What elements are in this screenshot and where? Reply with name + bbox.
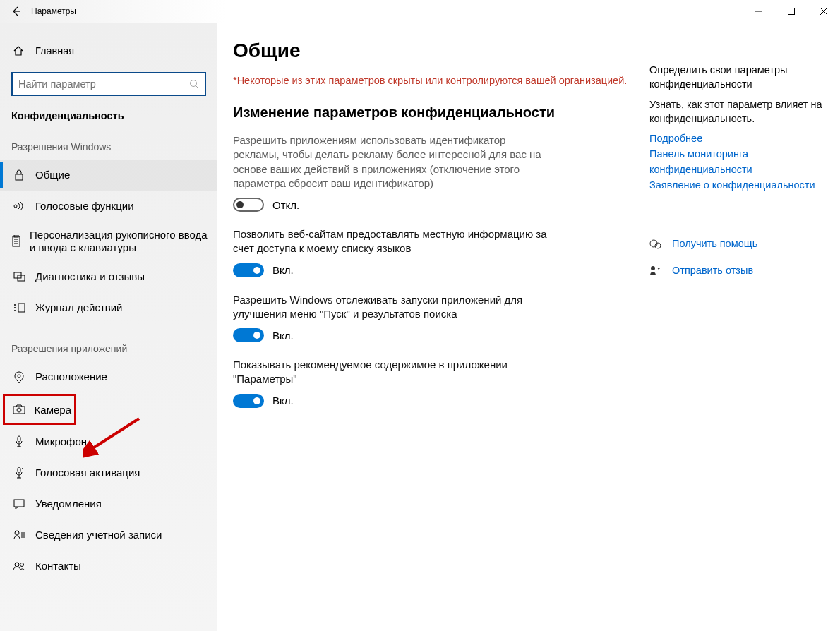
svg-rect-7 — [16, 174, 23, 180]
sidebar-item-activity[interactable]: Журнал действий — [0, 292, 217, 323]
sidebar-home[interactable]: Главная — [11, 37, 206, 65]
camera-icon — [13, 404, 26, 414]
toggle-language[interactable] — [233, 263, 264, 277]
close-button[interactable] — [808, 0, 840, 23]
toggle-advertising[interactable] — [233, 198, 264, 212]
search-icon — [189, 79, 199, 89]
nav-label: Контакты — [35, 560, 81, 572]
nav-label: Журнал действий — [35, 301, 122, 314]
toggle-suggested[interactable] — [233, 394, 264, 408]
nav-label: Голосовая активация — [35, 467, 140, 479]
side-paragraph: Узнать, как этот параметр влияет на конф… — [649, 98, 826, 126]
svg-point-32 — [20, 563, 24, 567]
setting-suggested-content: Показывать рекомендуемое содержимое в пр… — [233, 358, 551, 408]
back-button[interactable] — [6, 1, 27, 22]
voice-icon — [11, 467, 27, 479]
nav-label: Расположение — [35, 371, 107, 383]
page-title: Общие — [233, 40, 628, 62]
svg-rect-23 — [18, 436, 20, 442]
sidebar-item-voice-activation[interactable]: Голосовая активация — [0, 457, 217, 488]
clipboard-icon — [11, 235, 21, 248]
svg-point-25 — [22, 468, 23, 469]
account-icon — [11, 530, 27, 540]
setting-desc: Показывать рекомендуемое содержимое в пр… — [233, 358, 551, 387]
link-feedback[interactable]: Отправить отзыв — [672, 263, 753, 279]
notification-icon — [11, 499, 27, 510]
window-title: Параметры — [31, 6, 76, 16]
svg-point-27 — [15, 531, 19, 535]
nav-label: Микрофон — [35, 435, 87, 448]
minimize-button[interactable] — [743, 0, 775, 23]
feedback-icon — [11, 272, 27, 282]
link-more[interactable]: Подробнее — [649, 131, 826, 147]
home-label: Главная — [35, 45, 74, 56]
svg-point-8 — [14, 205, 17, 208]
setting-desc: Разрешить Windows отслеживать запуски пр… — [233, 293, 551, 322]
link-help[interactable]: Получить помощь — [672, 236, 757, 252]
svg-rect-26 — [14, 500, 24, 507]
arrow-left-icon — [11, 6, 22, 17]
nav-label: Камера — [35, 404, 71, 416]
toggle-state: Вкл. — [272, 395, 294, 407]
svg-line-6 — [196, 86, 199, 89]
setting-advertising-id: Разрешить приложениям использовать идент… — [233, 133, 551, 212]
svg-point-5 — [191, 80, 197, 87]
contacts-icon — [11, 561, 27, 571]
setting-language-list: Позволить веб-сайтам предоставлять местн… — [233, 227, 551, 277]
sidebar-item-diagnostics[interactable]: Диагностика и отзывы — [0, 261, 217, 292]
svg-point-31 — [15, 563, 19, 567]
titlebar: Параметры — [0, 0, 840, 23]
help-icon — [649, 239, 662, 250]
home-icon — [11, 45, 25, 56]
org-warning: *Некоторые из этих параметров скрыты или… — [233, 75, 628, 86]
sidebar-item-general[interactable]: Общие — [0, 160, 217, 191]
feedback-icon — [649, 265, 662, 277]
sidebar-item-notifications[interactable]: Уведомления — [0, 488, 217, 519]
sidebar-section: Конфиденциальность — [0, 110, 217, 121]
sidebar-item-camera[interactable]: Камера — [3, 394, 76, 425]
sidebar-item-speech[interactable]: Голосовые функции — [0, 191, 217, 222]
maximize-button[interactable] — [775, 0, 808, 23]
setting-desc: Разрешить приложениям использовать идент… — [233, 133, 551, 191]
window-controls — [743, 0, 840, 23]
speech-icon — [11, 201, 27, 211]
svg-point-35 — [651, 266, 655, 270]
nav-label: Сведения учетной записи — [35, 529, 162, 541]
link-statement[interactable]: Заявление о конфиденциальности — [649, 178, 826, 193]
svg-point-20 — [18, 375, 20, 378]
location-icon — [11, 371, 27, 383]
toggle-launches[interactable] — [233, 328, 264, 342]
content: Общие *Некоторые из этих параметров скры… — [217, 23, 840, 631]
setting-desc: Позволить веб-сайтам предоставлять местн… — [233, 227, 551, 256]
activity-icon — [11, 303, 27, 313]
svg-rect-24 — [18, 467, 20, 473]
nav-label: Персонализация рукописного ввода и ввода… — [30, 229, 208, 254]
svg-rect-19 — [18, 304, 25, 312]
group-apps: Разрешения приложений — [0, 343, 217, 354]
section-subtitle: Изменение параметров конфиденциальности — [233, 104, 628, 121]
group-windows: Разрешения Windows — [0, 141, 217, 152]
lock-icon — [11, 169, 27, 181]
sidebar-item-microphone[interactable]: Микрофон — [0, 426, 217, 457]
side-heading: Определить свои параметры конфиденциальн… — [649, 64, 826, 91]
sidebar: Главная Конфиденциальность Разрешения Wi… — [0, 23, 217, 631]
sidebar-item-inking[interactable]: Персонализация рукописного ввода и ввода… — [0, 222, 217, 261]
toggle-state: Вкл. — [272, 330, 294, 342]
sidebar-item-contacts[interactable]: Контакты — [0, 551, 217, 582]
toggle-state: Откл. — [272, 199, 299, 211]
microphone-icon — [11, 435, 27, 448]
nav-label: Уведомления — [35, 498, 102, 510]
nav-label: Диагностика и отзывы — [35, 270, 145, 283]
svg-rect-2 — [788, 8, 795, 15]
nav-label: Голосовые функции — [35, 200, 134, 212]
svg-point-22 — [17, 408, 21, 412]
setting-app-launches: Разрешить Windows отслеживать запуски пр… — [233, 293, 551, 343]
svg-point-34 — [655, 243, 661, 248]
search-box[interactable] — [11, 72, 206, 96]
nav-label: Общие — [35, 169, 70, 181]
toggle-state: Вкл. — [272, 264, 294, 276]
search-input[interactable] — [13, 73, 205, 95]
sidebar-item-account[interactable]: Сведения учетной записи — [0, 519, 217, 551]
sidebar-item-location[interactable]: Расположение — [0, 361, 217, 392]
link-dashboard[interactable]: Панель мониторинга конфиденциальности — [649, 147, 826, 178]
